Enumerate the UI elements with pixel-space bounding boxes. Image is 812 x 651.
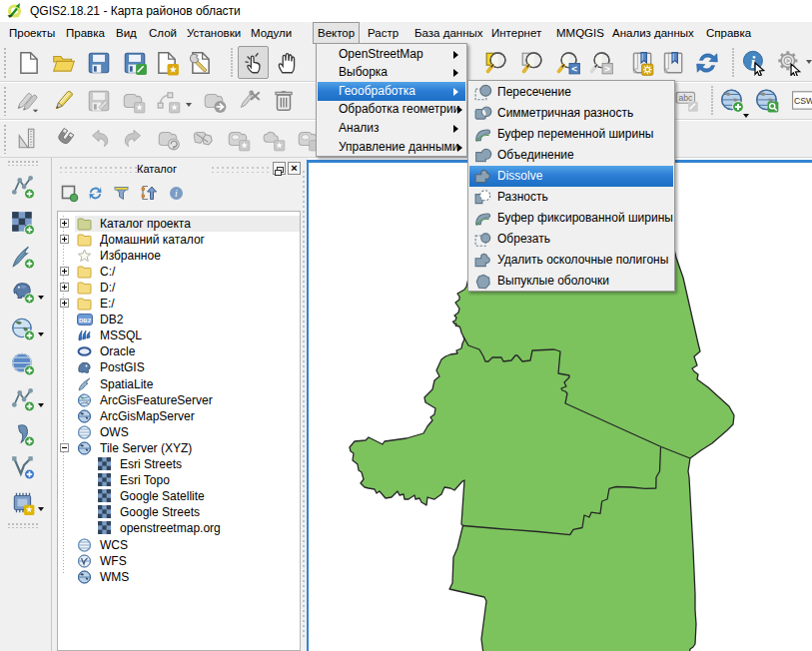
svg-text:abc: abc <box>678 93 693 103</box>
svg-text:<: < <box>571 63 577 74</box>
svg-text:i: i <box>175 188 178 199</box>
svg-text:DB2: DB2 <box>79 318 92 324</box>
svg-text:>: > <box>604 63 610 74</box>
svg-text:CSW: CSW <box>794 96 812 106</box>
